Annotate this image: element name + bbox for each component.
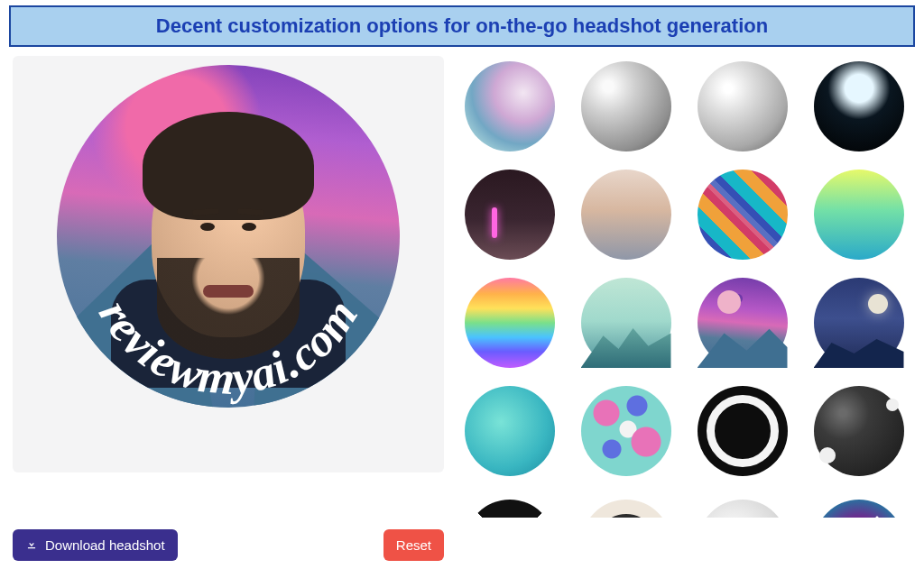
background-option[interactable] [698, 278, 788, 368]
background-option[interactable] [698, 386, 788, 476]
background-option[interactable] [814, 386, 904, 476]
background-option[interactable] [814, 170, 904, 260]
app-shell: reviewmyai.com Download headshot Reset [0, 56, 924, 572]
background-option[interactable] [581, 500, 671, 518]
reset-button[interactable]: Reset [383, 529, 444, 561]
background-option[interactable] [698, 500, 788, 518]
background-option[interactable] [814, 278, 904, 368]
background-option[interactable] [581, 278, 671, 368]
left-actions: Download headshot Reset [13, 517, 444, 561]
background-grid-overflow [462, 494, 906, 518]
background-grid [462, 61, 906, 476]
subject-illustration [129, 106, 328, 377]
left-panel: reviewmyai.com Download headshot Reset [13, 56, 444, 561]
download-headshot-button[interactable]: Download headshot [13, 529, 178, 561]
background-option[interactable] [581, 170, 671, 260]
background-option[interactable] [465, 500, 555, 518]
background-option[interactable] [814, 500, 904, 518]
download-icon [25, 537, 38, 553]
background-option[interactable] [581, 386, 671, 476]
download-button-label: Download headshot [45, 537, 165, 553]
background-option[interactable] [465, 386, 555, 476]
headshot-preview-area: reviewmyai.com [13, 56, 444, 472]
background-option[interactable] [465, 278, 555, 368]
info-banner: Decent customization options for on-the-… [9, 5, 915, 47]
background-option[interactable] [465, 61, 555, 151]
background-option[interactable] [698, 170, 788, 260]
background-option[interactable] [698, 61, 788, 151]
background-option[interactable] [814, 61, 904, 151]
info-banner-text: Decent customization options for on-the-… [156, 14, 768, 37]
background-option[interactable] [465, 170, 555, 260]
background-picker-panel [457, 56, 911, 561]
reset-button-label: Reset [396, 537, 431, 553]
background-option[interactable] [581, 61, 671, 151]
headshot-preview[interactable]: reviewmyai.com [57, 65, 400, 408]
